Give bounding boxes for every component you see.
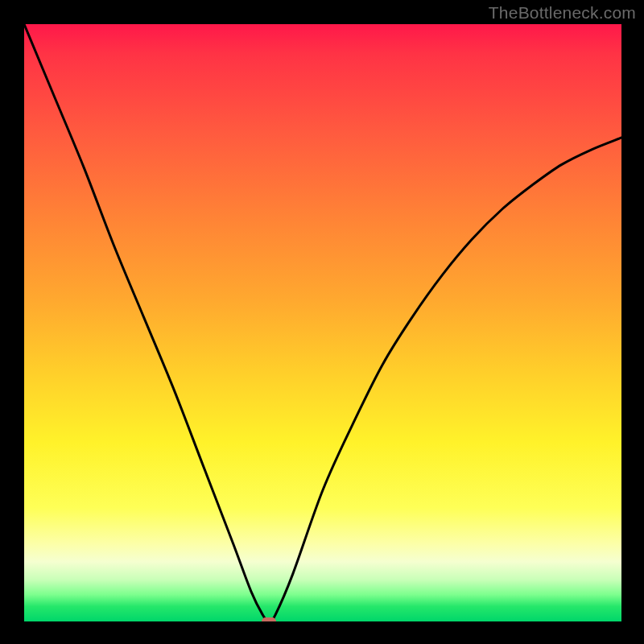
watermark-text: TheBottleneck.com bbox=[489, 3, 636, 23]
optimum-marker bbox=[262, 617, 276, 621]
bottleneck-curve bbox=[24, 24, 621, 621]
chart-frame: TheBottleneck.com bbox=[0, 0, 644, 644]
plot-area bbox=[24, 24, 621, 621]
curve-layer bbox=[24, 24, 621, 621]
